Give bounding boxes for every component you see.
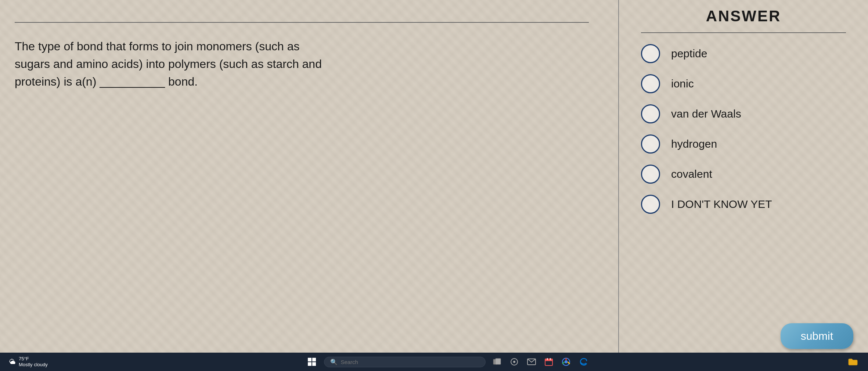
answer-header: ANSWER (641, 7, 846, 25)
weather-desc: Mostly cloudy (19, 362, 48, 368)
search-input[interactable] (341, 359, 473, 365)
option-peptide[interactable]: peptide (641, 44, 846, 63)
taskbar-right (842, 356, 864, 368)
svg-rect-6 (545, 359, 552, 361)
radio-peptide[interactable] (641, 44, 660, 63)
submit-button[interactable]: submit (781, 323, 853, 349)
weather-temp: 75°F (19, 356, 48, 362)
start-button[interactable] (305, 355, 318, 368)
taskbar-center: 🔍 (53, 355, 842, 368)
taskbar-chrome-icon[interactable] (560, 356, 572, 368)
question-panel: The type of bond that forms to join mono… (0, 0, 618, 353)
windows-icon (308, 358, 316, 366)
weather-widget: 🌥 75°F Mostly cloudy (4, 356, 53, 367)
search-bar[interactable]: 🔍 (324, 357, 486, 367)
search-icon: 🔍 (330, 359, 338, 365)
option-dont-know[interactable]: I DON'T KNOW YET (641, 195, 846, 214)
option-label-hydrogen: hydrogen (671, 138, 717, 150)
weather-text: 75°F Mostly cloudy (19, 356, 48, 367)
question-text: The type of bond that forms to join mono… (15, 37, 331, 90)
option-van-der-waals[interactable]: van der Waals (641, 104, 846, 123)
option-covalent[interactable]: covalent (641, 165, 846, 184)
taskbar-music-icon[interactable] (508, 356, 520, 368)
main-content: The type of bond that forms to join mono… (0, 0, 868, 353)
option-label-peptide: peptide (671, 47, 707, 60)
radio-dont-know[interactable] (641, 195, 660, 214)
radio-van-der-waals[interactable] (641, 104, 660, 123)
taskbar: 🌥 75°F Mostly cloudy 🔍 (0, 353, 868, 371)
weather-icon: 🌥 (9, 358, 16, 366)
option-label-ionic: ionic (671, 78, 694, 90)
option-label-dont-know: I DON'T KNOW YET (671, 198, 772, 210)
svg-point-3 (513, 361, 515, 363)
taskbar-folder-icon[interactable] (847, 356, 859, 368)
taskbar-calendar-icon[interactable] (543, 356, 555, 368)
taskbar-edge-icon[interactable] (577, 356, 589, 368)
radio-ionic[interactable] (641, 74, 660, 93)
taskbar-files-icon[interactable] (491, 356, 503, 368)
answer-options: peptide ionic van der Waals hydrogen cov… (641, 44, 846, 214)
svg-point-10 (565, 360, 568, 363)
radio-covalent[interactable] (641, 165, 660, 184)
taskbar-mail-icon[interactable] (526, 356, 537, 368)
option-label-van-der-waals: van der Waals (671, 108, 741, 120)
svg-rect-1 (496, 359, 501, 364)
radio-hydrogen[interactable] (641, 134, 660, 154)
option-ionic[interactable]: ionic (641, 74, 846, 93)
option-label-covalent: covalent (671, 168, 712, 180)
question-divider (15, 22, 589, 23)
answer-divider (641, 32, 846, 33)
answer-panel: ANSWER peptide ionic van der Waals hydro… (618, 0, 868, 353)
option-hydrogen[interactable]: hydrogen (641, 134, 846, 154)
